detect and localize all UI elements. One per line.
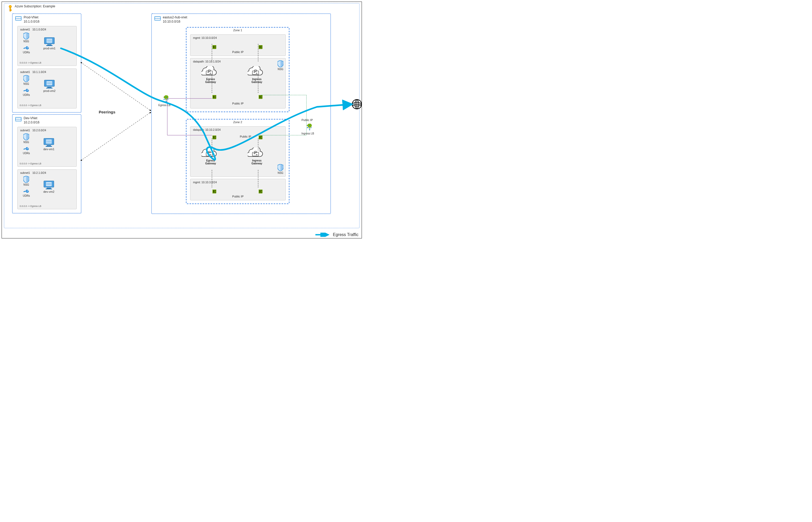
subnet-dev-1: subnet1 10.2.1.0/24 NSG UDRs dev-vm2 0.0… xyxy=(17,169,77,209)
diagram-canvas: Azure Subscription: Example Prod-VNet 10… xyxy=(2,2,362,238)
nic-icon xyxy=(213,95,217,99)
subscription-title: Azure Subscription: Example xyxy=(15,4,55,8)
vnet-dev-title: Dev-VNet 10.2.0.0/16 xyxy=(24,116,39,124)
vnet-hub: eastus2-hub-vnet 10.10.0.0/16 Zone 1 mgm… xyxy=(151,14,331,214)
pip-label: Public IP xyxy=(232,51,243,54)
peerings-label: Peerings xyxy=(99,110,115,114)
udr-note: 0.0.0.0 -> Egress LB xyxy=(20,61,41,64)
vnet-name: eastus2-hub-vnet xyxy=(163,16,187,19)
vnet-name: Dev-VNet xyxy=(24,116,37,120)
vnet-name: Prod-VNet xyxy=(24,16,38,19)
udr-note: 0.0.0.0 -> Egress LB xyxy=(20,205,41,207)
ingress-gateway-z2: Ingress Gateway xyxy=(247,147,266,165)
subscription-box: Azure Subscription: Example Prod-VNet 10… xyxy=(4,3,359,228)
nsg-icon: NSG xyxy=(278,60,283,71)
nsg-icon: NSG xyxy=(23,134,29,144)
nic-icon xyxy=(259,95,263,99)
vnet-dev: Dev-VNet 10.2.0.0/16 subnet1 10.2.0.0/24… xyxy=(12,114,81,214)
key-icon xyxy=(8,5,13,12)
globe-icon xyxy=(352,99,362,111)
vnet-prod-title: Prod-VNet 10.1.0.0/16 xyxy=(24,16,39,24)
subnet-dev-0: subnet1 10.2.0.0/24 NSG UDRs dev-vm1 0.0… xyxy=(17,127,77,167)
zone-title: Zone 1 xyxy=(233,28,242,32)
mgmt-title: mgmt: 10.10.0.0/24 xyxy=(193,36,217,39)
nsg-icon: NSG xyxy=(23,33,29,43)
vnet-hub-title: eastus2-hub-vnet 10.10.0.0/16 xyxy=(163,16,187,24)
vnet-icon xyxy=(154,16,161,21)
datapath-title: datapath: 10.10.2.0/24 xyxy=(193,128,221,131)
pip-label: Public IP xyxy=(301,118,313,122)
vnet-cidr: 10.2.0.0/16 xyxy=(24,121,39,124)
nsg-icon: NSG xyxy=(23,75,29,85)
egress-lb: Egress LB xyxy=(158,95,171,107)
udr-note: 0.0.0.0 -> Egress LB xyxy=(20,104,41,107)
nic-icon xyxy=(213,136,217,140)
legend-label: Egress Traffic xyxy=(333,233,358,237)
z2-datapath: datapath: 10.10.2.0/24 NSG Public IP Egr… xyxy=(190,126,286,177)
nic-icon xyxy=(259,45,263,49)
ingress-gateway-z1: Ingress Gateway xyxy=(247,66,266,83)
egress-gateway-z2: Egress Gateway xyxy=(201,147,220,165)
egress-gateway-z1: Egress Gateway xyxy=(201,66,220,83)
nic-icon xyxy=(259,189,263,194)
mgmt-title: mgmt: 10.10.3.0/24 xyxy=(193,181,217,184)
subnet-title: subnet1 10.1.0.0/24 xyxy=(20,28,46,31)
vnet-icon xyxy=(15,117,22,122)
udr-note: 0.0.0.0 -> Egress LB xyxy=(20,162,41,165)
pip-label: Public IP xyxy=(232,102,243,105)
datapath-title: datapath: 10.10.1.0/24 xyxy=(193,60,221,63)
vnet-prod: Prod-VNet 10.1.0.0/16 subnet1 10.1.0.0/2… xyxy=(12,14,81,113)
pip-label: Public IP xyxy=(240,135,251,138)
subnet-title: subnet1 10.1.1.0/24 xyxy=(20,71,46,74)
subnet-title: subnet1 10.2.1.0/24 xyxy=(20,171,46,174)
nsg-icon: NSG xyxy=(23,176,29,186)
nic-icon xyxy=(259,136,263,140)
subnet-prod-1: subnet1 10.1.1.0/24 NSG UDRs prod-vm2 0.… xyxy=(17,68,77,108)
vm-dev-vm2: dev-vm2 xyxy=(43,181,54,193)
vm-prod-vm1: prod-vm1 xyxy=(43,37,55,50)
subnet-title: subnet1 10.2.0.0/24 xyxy=(20,129,46,132)
vnet-icon xyxy=(15,16,22,21)
z2-mgmt: mgmt: 10.10.3.0/24 Public IP xyxy=(190,179,286,200)
z1-datapath: datapath: 10.10.1.0/24 NSG Egress Gatewa… xyxy=(190,58,286,108)
legend: Egress Traffic xyxy=(315,233,358,237)
zone-title: Zone 2 xyxy=(233,121,242,124)
udrs-icon: UDRs xyxy=(23,45,30,54)
zone-1: Zone 1 mgmt: 10.10.0.0/24 Public IP data… xyxy=(186,27,290,112)
vm-prod-vm2: prod-vm2 xyxy=(43,80,55,93)
nic-icon xyxy=(213,45,217,49)
pip-label: Public IP xyxy=(232,195,243,198)
z1-mgmt: mgmt: 10.10.0.0/24 Public IP xyxy=(190,34,286,56)
vnet-cidr: 10.1.0.0/16 xyxy=(24,20,39,23)
nsg-icon: NSG xyxy=(278,164,283,174)
nic-icon xyxy=(213,189,217,194)
udrs-icon: UDRs xyxy=(23,188,30,197)
udrs-icon: UDRs xyxy=(23,145,30,155)
udrs-icon: UDRs xyxy=(23,87,30,96)
vnet-cidr: 10.10.0.0/16 xyxy=(163,20,180,23)
subnet-prod-0: subnet1 10.1.0.0/24 NSG UDRs prod-vm1 0.… xyxy=(17,26,77,66)
ingress-lb: Ingress LB xyxy=(301,124,314,135)
zone-2: Zone 2 datapath: 10.10.2.0/24 NSG Public… xyxy=(186,119,290,204)
vm-dev-vm1: dev-vm1 xyxy=(43,138,54,151)
